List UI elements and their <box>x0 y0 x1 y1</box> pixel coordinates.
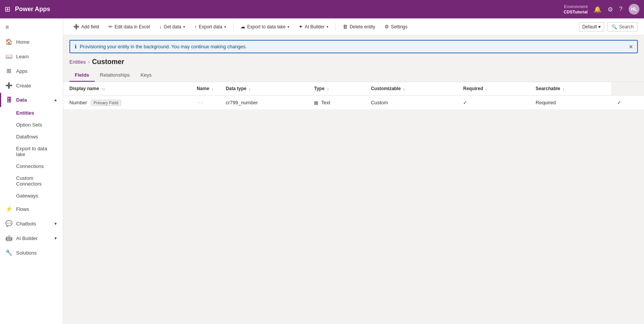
export-data-button[interactable]: ↑ Export data ▾ <box>191 22 230 31</box>
create-icon: ➕ <box>5 82 12 89</box>
sidebar-item-dataflows[interactable]: Dataflows <box>0 131 63 143</box>
sort-searchable-icon: ↓ <box>563 87 565 91</box>
get-data-caret-icon: ▾ <box>183 25 185 29</box>
edit-excel-button[interactable]: ✏ Edit data in Excel <box>105 22 154 31</box>
env-label: Environment <box>564 4 588 9</box>
fields-table: Display name ↑↓ Name ↓ Data type ↓ Typ <box>63 82 644 110</box>
col-header-customizable[interactable]: Customizable ↓ <box>365 82 457 95</box>
notifications-icon[interactable]: 🔔 <box>594 6 601 13</box>
ai-builder-label: AI Builder <box>305 24 325 30</box>
sidebar-item-gateways[interactable]: Gateways <box>0 190 63 202</box>
sort-customizable-icon: ↓ <box>403 87 405 91</box>
sidebar-item-apps[interactable]: ⊞ Apps <box>0 64 63 78</box>
export-lake-label: Export to data lake <box>247 24 286 30</box>
settings-icon[interactable]: ⚙ <box>608 6 613 13</box>
sidebar-item-entities[interactable]: Entities <box>0 107 63 119</box>
col-header-required[interactable]: Required ↓ <box>457 82 529 95</box>
sidebar-item-chatbots[interactable]: 💬 Chatbots ▼ <box>0 216 63 231</box>
delete-entity-button[interactable]: 🗑 Delete entity <box>339 22 379 31</box>
breadcrumb-separator: › <box>88 59 90 65</box>
tabs: Fields Relationships Keys <box>63 69 644 82</box>
tab-relationships[interactable]: Relationships <box>95 69 135 82</box>
app-grid-icon[interactable]: ⊞ <box>5 5 10 13</box>
env-selector-caret-icon: ▾ <box>598 24 601 30</box>
brand-name: Power Apps <box>15 6 559 13</box>
sidebar: ≡ 🏠 Home 📖 Learn ⊞ Apps ➕ Create 🗄 Data … <box>0 18 63 324</box>
sidebar-item-flows[interactable]: ⚡ Flows <box>0 202 63 216</box>
learn-icon: 📖 <box>5 53 12 60</box>
cell-dots-menu[interactable]: ··· <box>191 95 220 110</box>
edit-excel-icon: ✏ <box>108 24 113 30</box>
export-lake-button[interactable]: ☁ Export to data lake ▾ <box>237 22 293 31</box>
sidebar-label-home: Home <box>16 39 30 45</box>
primary-field-badge: Primary Field <box>91 100 121 106</box>
col-header-searchable[interactable]: Searchable ↓ <box>529 82 611 95</box>
col-header-name[interactable]: Name ↓ <box>191 82 220 95</box>
sidebar-item-ai-builder[interactable]: 🤖 AI Builder ▼ <box>0 231 63 245</box>
sidebar-label-learn: Learn <box>16 54 29 59</box>
sidebar-label-flows: Flows <box>16 206 29 212</box>
col-header-type[interactable]: Type ↓ <box>308 82 365 95</box>
breadcrumb-current: Customer <box>92 58 124 66</box>
table-header-row: Display name ↑↓ Name ↓ Data type ↓ Typ <box>63 82 644 95</box>
home-icon: 🏠 <box>5 38 12 45</box>
apps-icon: ⊞ <box>5 67 12 74</box>
cell-required: Required <box>529 95 611 110</box>
flows-icon: ⚡ <box>5 206 12 212</box>
search-label: Search <box>619 24 634 30</box>
avatar[interactable]: HL <box>629 4 639 15</box>
export-data-label: Export data <box>199 24 222 30</box>
col-header-display-name[interactable]: Display name ↑↓ <box>63 82 191 95</box>
ai-builder-toolbar-icon: ✦ <box>299 24 303 30</box>
sidebar-item-connections[interactable]: Connections <box>0 160 63 172</box>
cell-searchable: ✓ <box>611 95 644 110</box>
add-field-button[interactable]: ➕ Add field <box>69 22 103 31</box>
delete-entity-label: Delete entity <box>350 24 375 30</box>
sidebar-item-export-lake[interactable]: Export to data lake <box>0 143 63 160</box>
settings-toolbar-icon: ⚙ <box>384 24 389 30</box>
tab-fields[interactable]: Fields <box>69 69 95 82</box>
sort-data-type-icon: ↓ <box>249 87 251 91</box>
row-display-name: Number <box>69 100 87 105</box>
table-row: Number Primary Field ··· cr799_number ▦ … <box>63 95 644 110</box>
col-header-data-type[interactable]: Data type ↓ <box>220 82 308 95</box>
add-field-icon: ➕ <box>73 24 79 30</box>
sidebar-item-data[interactable]: 🗄 Data ▲ <box>0 93 63 107</box>
export-lake-icon: ☁ <box>240 24 245 30</box>
environment-info: Environment CDSTutorial <box>564 4 588 15</box>
breadcrumb-parent[interactable]: Entities <box>69 59 86 65</box>
sidebar-item-create[interactable]: ➕ Create <box>0 78 63 93</box>
sidebar-label-apps: Apps <box>16 68 28 74</box>
sidebar-hamburger[interactable]: ≡ <box>0 20 63 35</box>
toolbar-right: Default ▾ 🔍 Search <box>579 22 638 31</box>
toolbar-separator-2 <box>335 23 336 31</box>
env-name: CDSTutorial <box>564 9 588 15</box>
env-selector[interactable]: Default ▾ <box>579 22 604 31</box>
settings-button[interactable]: ⚙ Settings <box>381 22 411 31</box>
chatbots-icon: 💬 <box>5 220 12 227</box>
top-navigation: ⊞ Power Apps Environment CDSTutorial 🔔 ⚙… <box>0 0 644 18</box>
edit-excel-label: Edit data in Excel <box>115 24 150 30</box>
sidebar-label-solutions: Solutions <box>16 250 36 256</box>
row-context-menu[interactable]: ··· <box>197 99 204 105</box>
sidebar-label-create: Create <box>16 83 31 89</box>
sidebar-item-home[interactable]: 🏠 Home <box>0 35 63 49</box>
search-button[interactable]: 🔍 Search <box>607 22 638 31</box>
info-banner: ℹ Provisioning your entity in the backgr… <box>69 40 638 53</box>
sidebar-item-custom-connectors[interactable]: Custom Connectors <box>0 172 63 190</box>
main-layout: ≡ 🏠 Home 📖 Learn ⊞ Apps ➕ Create 🗄 Data … <box>0 18 644 324</box>
sidebar-item-solutions[interactable]: 🔧 Solutions <box>0 245 63 260</box>
sidebar-item-option-sets[interactable]: Option Sets <box>0 119 63 131</box>
close-banner-button[interactable]: ✕ <box>629 44 633 50</box>
get-data-button[interactable]: ↓ Get data ▾ <box>155 22 189 31</box>
cell-data-type: ▦ Text <box>308 95 365 110</box>
help-icon[interactable]: ? <box>619 6 623 13</box>
ai-builder-caret-icon: ▾ <box>327 25 329 29</box>
searchable-check-icon: ✓ <box>617 100 621 105</box>
tab-keys[interactable]: Keys <box>135 69 157 82</box>
data-type-icon: ▦ <box>314 100 318 105</box>
sidebar-item-learn[interactable]: 📖 Learn <box>0 49 63 64</box>
cell-customizable: ✓ <box>457 95 529 110</box>
ai-builder-button[interactable]: ✦ AI Builder ▾ <box>295 22 332 31</box>
cell-display-name: Number Primary Field <box>63 95 191 110</box>
